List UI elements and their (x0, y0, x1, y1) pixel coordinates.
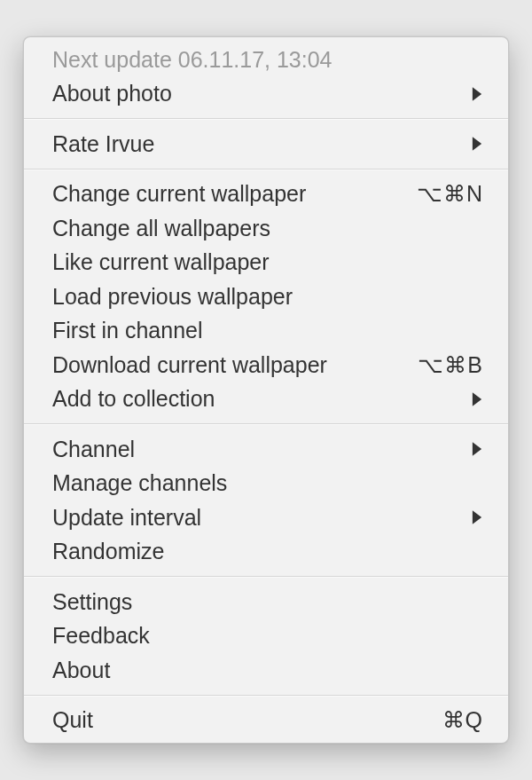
menu-separator (24, 576, 508, 578)
manage-channels-label: Manage channels (52, 470, 483, 496)
update-interval-item[interactable]: Update interval (24, 500, 508, 535)
about-photo-item[interactable]: About photo (24, 77, 508, 112)
rate-irvue-item[interactable]: Rate Irvue (24, 127, 508, 162)
next-update-item: Next update 06.11.17, 13:04 (24, 43, 508, 77)
menu-separator (24, 169, 508, 170)
download-current-wallpaper-item[interactable]: Download current wallpaper ⌥⌘B (24, 348, 508, 382)
download-current-wallpaper-label: Download current wallpaper (52, 352, 405, 378)
about-label: About (52, 658, 483, 683)
randomize-item[interactable]: Randomize (24, 535, 508, 570)
menu-separator (24, 695, 508, 697)
quit-label: Quit (52, 707, 430, 733)
menu-separator (24, 118, 508, 120)
about-item[interactable]: About (24, 653, 508, 688)
submenu-arrow-icon (471, 136, 483, 152)
quit-item[interactable]: Quit ⌘Q (24, 704, 508, 738)
context-menu: Next update 06.11.17, 13:04 About photo … (23, 36, 509, 744)
submenu-arrow-icon (471, 509, 483, 525)
add-to-collection-item[interactable]: Add to collection (24, 382, 508, 417)
change-all-wallpapers-item[interactable]: Change all wallpapers (24, 211, 508, 246)
feedback-label: Feedback (52, 623, 483, 649)
download-current-shortcut: ⌥⌘B (418, 352, 483, 378)
feedback-item[interactable]: Feedback (24, 619, 508, 654)
rate-irvue-label: Rate Irvue (52, 131, 458, 157)
manage-channels-item[interactable]: Manage channels (24, 467, 508, 501)
first-in-channel-item[interactable]: First in channel (24, 314, 508, 349)
menu-separator (24, 423, 508, 425)
update-interval-label: Update interval (52, 505, 458, 531)
submenu-arrow-icon (471, 391, 483, 407)
add-to-collection-label: Add to collection (52, 386, 458, 412)
about-photo-label: About photo (52, 81, 458, 106)
like-current-wallpaper-item[interactable]: Like current wallpaper (24, 246, 508, 280)
submenu-arrow-icon (471, 441, 483, 457)
channel-label: Channel (52, 437, 458, 462)
first-in-channel-label: First in channel (52, 318, 483, 343)
like-current-wallpaper-label: Like current wallpaper (52, 249, 483, 275)
change-all-wallpapers-label: Change all wallpapers (52, 216, 483, 241)
settings-label: Settings (52, 589, 483, 615)
change-current-shortcut: ⌥⌘N (417, 181, 483, 207)
change-current-wallpaper-label: Change current wallpaper (52, 181, 404, 207)
channel-item[interactable]: Channel (24, 432, 508, 467)
settings-item[interactable]: Settings (24, 585, 508, 619)
load-previous-wallpaper-item[interactable]: Load previous wallpaper (24, 280, 508, 314)
randomize-label: Randomize (52, 539, 483, 564)
quit-shortcut: ⌘Q (442, 707, 483, 733)
change-current-wallpaper-item[interactable]: Change current wallpaper ⌥⌘N (24, 177, 508, 212)
load-previous-wallpaper-label: Load previous wallpaper (52, 284, 483, 310)
submenu-arrow-icon (471, 86, 483, 102)
next-update-label: Next update 06.11.17, 13:04 (52, 47, 483, 73)
